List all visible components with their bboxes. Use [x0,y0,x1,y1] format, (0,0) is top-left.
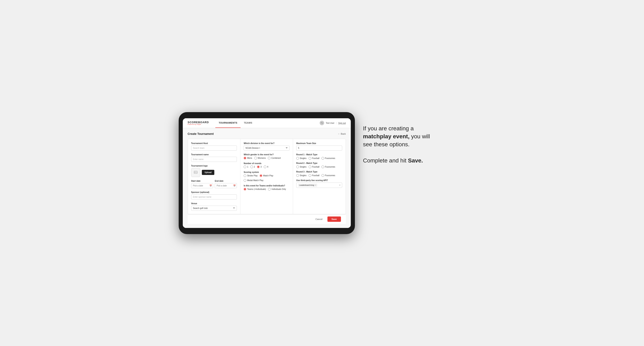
tablet-frame: SCOREBOARD Powered by clippit TOURNAMENT… [179,112,355,234]
nav-tab-tournaments[interactable]: TOURNAMENTS [215,118,240,128]
sponsor-input[interactable] [191,194,237,199]
username: Test User [326,122,334,124]
scoring-label: Scoring system [244,171,290,173]
sponsor-group: Sponsor (optional) [191,191,237,199]
nav-logo: SCOREBOARD Powered by clippit [188,121,209,125]
round2-singles[interactable]: Singles [296,166,306,168]
tournament-name-input[interactable] [191,157,237,162]
teams-radio-group: Teams (+Individuals) Individuals Only [244,188,290,190]
round3-fourball[interactable]: Fourball [308,174,320,177]
annotation-bottom: Complete and hit Save. [363,157,437,165]
venue-group: Venue Search golf club [191,202,237,211]
teams-group: Is this event for Teams and/or Individua… [244,184,290,190]
venue-label: Venue [191,202,237,205]
round1-match-type: Round 1 - Match Type Singles Fourball [296,154,342,160]
end-date-group: End date 📅 [215,180,237,188]
calendar-icon-2: 📅 [233,184,236,187]
form-grid: Tournament Host Tournament name Tourname… [188,139,346,214]
division-label: Which division is the event for? [244,142,290,145]
tournament-logo-group: Tournament logo Upload [191,165,237,177]
round3-foursomes[interactable]: Foursomes [322,174,335,177]
annotation-top: If you are creating a matchplay event, y… [363,124,437,149]
annotation-bold-save: Save. [408,157,423,164]
scoring-group: Scoring system Stroke Play Match Play [244,171,290,182]
logo-upload-area: Upload [191,168,237,177]
max-team-size-group: Maximum Team Size [296,142,342,151]
api-label: Use third-party live scoring API? [296,179,342,181]
gender-womens[interactable]: Womens [254,157,266,159]
tournament-logo-label: Tournament logo [191,165,237,167]
round1-foursomes[interactable]: Foursomes [322,157,335,160]
scoring-medal[interactable]: Medal Match Play [244,179,263,182]
round3-singles[interactable]: Singles [296,174,306,177]
dropdown-arrow-icon: ▾ [339,184,340,186]
scoring-match[interactable]: Match Play [260,174,273,177]
start-date-wrapper: 📅 [191,183,213,188]
logo-sub: Powered by clippit [188,124,209,125]
rounds-1[interactable]: 1 [244,166,248,168]
tournament-name-group: Tournament name [191,154,237,162]
cancel-button[interactable]: Cancel [312,216,326,222]
form-col-3: Maximum Team Size Round 1 - Match Type S… [293,139,346,214]
start-date-group: Start date 📅 [191,180,213,188]
calendar-icon: 📅 [210,184,212,187]
division-select[interactable]: NCAA Division I [244,146,290,151]
venue-select[interactable]: Search golf club [191,206,237,211]
round2-fourball[interactable]: Fourball [308,166,320,168]
round3-label: Round 3 - Match Type [296,171,342,173]
rounds-3[interactable]: 3 [257,166,262,168]
rounds-2[interactable]: 2 [250,166,255,168]
page-header: Create Tournament ← Back [188,132,346,136]
api-tag-input[interactable]: Leaderboard King × ▾ [296,182,342,188]
form-col-2: Which division is the event for? NCAA Di… [240,139,293,214]
round1-singles[interactable]: Singles [296,157,306,160]
nav-right: TU Test User | Sign out [320,121,346,125]
form-col-1: Tournament Host Tournament name Tourname… [188,139,240,214]
tournament-host-group: Tournament Host [191,142,237,151]
tournament-host-label: Tournament Host [191,142,237,145]
api-tag: Leaderboard King × [298,184,317,187]
avatar: TU [320,121,324,125]
sponsor-label: Sponsor (optional) [191,191,237,193]
logo-main: SCOREBOARD [188,121,209,124]
rounds-radio-group: 1 2 3 [244,166,290,168]
annotation-area: If you are creating a matchplay event, y… [363,112,437,165]
max-team-size-input[interactable] [296,146,342,151]
end-date-wrapper: 📅 [215,183,237,188]
scoring-radio-group: Stroke Play Match Play Medal Match Play [244,174,290,182]
save-button[interactable]: Save [328,216,341,222]
gender-mens[interactable]: Mens [244,157,252,159]
tablet-screen: SCOREBOARD Powered by clippit TOURNAMENT… [183,118,351,228]
division-group: Which division is the event for? NCAA Di… [244,142,290,151]
signout-link[interactable]: Sign out [338,122,346,124]
round2-foursomes[interactable]: Foursomes [322,166,335,168]
dates-group: Start date 📅 End date [191,180,237,188]
round1-radio-group: Singles Fourball Foursomes [296,157,342,160]
round1-label: Round 1 - Match Type [296,154,342,156]
teams-label: Is this event for Teams and/or Individua… [244,184,290,187]
page-wrapper: SCOREBOARD Powered by clippit TOURNAMENT… [179,112,466,234]
round3-match-type: Round 3 - Match Type Singles Fourball [296,171,342,177]
nav-tab-teams[interactable]: TEAMS [240,118,256,128]
max-team-size-label: Maximum Team Size [296,142,342,145]
main-content: Create Tournament ← Back Tournament Host… [183,128,351,228]
tournament-host-input[interactable] [191,146,237,151]
round1-fourball[interactable]: Fourball [308,157,320,160]
date-row: Start date 📅 End date [191,180,237,188]
nav-tabs: TOURNAMENTS TEAMS [215,118,256,128]
rounds-group: Number of rounds 1 2 [244,162,290,168]
nav-bar: SCOREBOARD Powered by clippit TOURNAMENT… [183,118,351,128]
rounds-4[interactable]: 4 [264,166,268,168]
scoring-stroke[interactable]: Stroke Play [244,174,258,177]
back-link[interactable]: ← Back [338,133,346,135]
gender-combined[interactable]: Combined [268,157,281,159]
teams-teams[interactable]: Teams (+Individuals) [244,188,266,190]
annotation-bold-matchplay: matchplay event, [363,133,410,140]
upload-button[interactable]: Upload [202,170,214,175]
api-tag-remove[interactable]: × [315,184,316,186]
form-footer: Cancel Save [188,214,346,224]
gender-group: Which gender is the event for? Mens Wome… [244,154,290,159]
teams-individuals[interactable]: Individuals Only [268,188,286,190]
svg-point-1 [195,172,195,172]
round2-radio-group: Singles Fourball Foursomes [296,166,342,168]
